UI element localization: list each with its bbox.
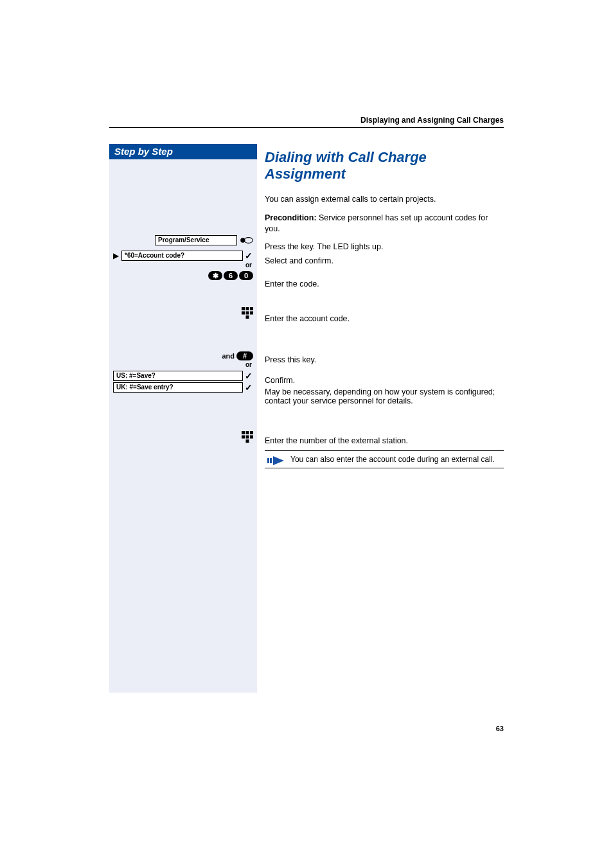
svg-rect-11 (250, 431, 253, 434)
or-label: or (113, 261, 252, 269)
svg-rect-4 (250, 307, 253, 310)
main-content: Dialing with Call Charge Assignment You … (265, 144, 504, 468)
step-enter-external: Enter the number of the external station… (265, 436, 504, 445)
svg-rect-13 (246, 436, 249, 439)
step-press-led: Press the key. The LED lights up. (265, 242, 504, 251)
note-box: You can also enter the account code duri… (265, 450, 504, 468)
svg-rect-7 (250, 312, 253, 315)
note-text: You can also enter the account code duri… (290, 455, 495, 464)
checkmark-icon: ✓ (244, 371, 253, 381)
and-label: and (222, 352, 235, 360)
svg-rect-15 (246, 439, 249, 443)
star-key-icon: ✱ (208, 271, 222, 280)
svg-rect-2 (242, 307, 245, 310)
step-enter-account-code: Enter the account code. (265, 314, 504, 323)
svg-rect-12 (242, 436, 245, 439)
program-service-key-label: Program/Service (155, 235, 237, 245)
step-by-step-title: Step by Step (109, 144, 257, 159)
checkmark-icon: ✓ (244, 382, 253, 393)
note-arrow-icon (267, 455, 285, 468)
step-enter-code: Enter the code. (265, 279, 504, 288)
led-icon (239, 236, 253, 244)
keypad-icon (242, 431, 253, 445)
checkmark-icon: ✓ (244, 251, 253, 261)
menu-triangle-icon: ▶ (113, 251, 119, 260)
hash-key-icon: # (236, 351, 253, 360)
step-press-this-key: Press this key. (265, 355, 504, 364)
keypad-icon (242, 307, 253, 321)
page-number: 63 (109, 725, 504, 732)
step-may-be-necessary: May be necessary, depending on how your … (265, 387, 504, 405)
or-label-2: or (113, 361, 252, 368)
precondition-label: Precondition: (265, 213, 317, 222)
section-heading: Dialing with Call Charge Assignment (265, 149, 504, 182)
svg-marker-18 (273, 456, 284, 465)
svg-rect-9 (242, 431, 245, 434)
step-select-confirm: Select and confirm. (265, 256, 504, 265)
account-code-prompt: *60=Account code? (121, 251, 243, 261)
running-header: Displaying and Assigning Call Charges (109, 116, 504, 125)
svg-rect-17 (270, 458, 272, 463)
svg-rect-10 (246, 431, 249, 434)
svg-rect-8 (246, 315, 249, 319)
svg-rect-14 (250, 436, 253, 439)
svg-rect-6 (246, 312, 249, 315)
us-save-prompt: US: #=Save? (113, 371, 243, 381)
svg-rect-3 (246, 307, 249, 310)
intro-text: You can assign external calls to certain… (265, 194, 504, 205)
uk-save-prompt: UK: #=Save entry? (113, 382, 243, 393)
step-confirm: Confirm. (265, 376, 504, 385)
zero-key-icon: 0 (239, 271, 253, 280)
svg-rect-5 (242, 312, 245, 315)
svg-point-1 (244, 238, 253, 244)
step-by-step-column: Step by Step Program/Service (109, 144, 257, 693)
svg-rect-16 (267, 458, 269, 463)
header-rule (109, 127, 504, 128)
six-key-icon: 6 (224, 271, 238, 280)
